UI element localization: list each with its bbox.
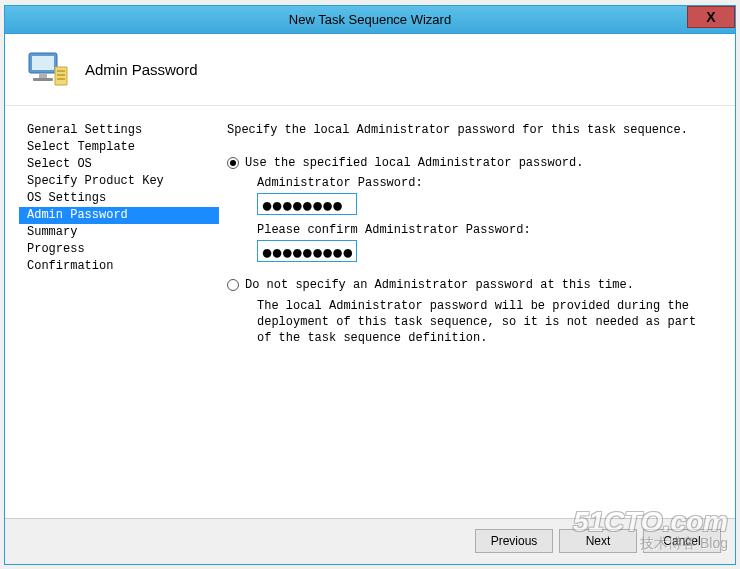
admin-password-field[interactable]: ●●●●●●●●	[257, 193, 357, 215]
sidebar-item-specify-product-key[interactable]: Specify Product Key	[19, 173, 219, 190]
option-no-password: Do not specify an Administrator password…	[227, 278, 713, 346]
confirm-password-label: Please confirm Administrator Password:	[257, 223, 713, 237]
previous-button[interactable]: Previous	[475, 529, 553, 553]
main-panel: Specify the local Administrator password…	[219, 114, 721, 518]
sidebar-item-general-settings[interactable]: General Settings	[19, 122, 219, 139]
radio-no-password[interactable]	[227, 279, 239, 291]
svg-rect-2	[39, 73, 47, 78]
wizard-window: New Task Sequence Wizard X Admin Passwor…	[4, 5, 736, 565]
no-password-helper: The local Administrator password will be…	[257, 298, 713, 346]
sidebar-item-confirmation[interactable]: Confirmation	[19, 258, 219, 275]
sidebar-item-os-settings[interactable]: OS Settings	[19, 190, 219, 207]
svg-rect-5	[57, 74, 65, 76]
svg-rect-3	[33, 78, 53, 81]
close-button[interactable]: X	[687, 6, 735, 28]
button-footer: Previous Next Cancel	[5, 518, 735, 564]
sidebar-item-progress[interactable]: Progress	[19, 241, 219, 258]
next-button[interactable]: Next	[559, 529, 637, 553]
option-use-password: Use the specified local Administrator pa…	[227, 156, 713, 262]
confirm-password-field[interactable]: ●●●●●●●●●	[257, 240, 357, 262]
cancel-button[interactable]: Cancel	[643, 529, 721, 553]
radio-use-password[interactable]	[227, 157, 239, 169]
titlebar: New Task Sequence Wizard X	[5, 6, 735, 34]
computer-icon	[23, 45, 71, 93]
header-section: Admin Password	[5, 34, 735, 106]
window-title: New Task Sequence Wizard	[289, 12, 451, 27]
svg-rect-6	[57, 78, 65, 80]
radio-no-password-label: Do not specify an Administrator password…	[245, 278, 634, 292]
content-area: General Settings Select Template Select …	[5, 106, 735, 518]
sidebar-item-select-template[interactable]: Select Template	[19, 139, 219, 156]
svg-rect-4	[57, 70, 65, 72]
close-icon: X	[706, 9, 715, 25]
sidebar-item-admin-password[interactable]: Admin Password	[19, 207, 219, 224]
sidebar-item-select-os[interactable]: Select OS	[19, 156, 219, 173]
page-title: Admin Password	[85, 61, 198, 78]
instruction-text: Specify the local Administrator password…	[227, 122, 713, 138]
admin-password-label: Administrator Password:	[257, 176, 713, 190]
radio-use-password-label: Use the specified local Administrator pa…	[245, 156, 583, 170]
sidebar-item-summary[interactable]: Summary	[19, 224, 219, 241]
svg-rect-1	[32, 56, 54, 70]
wizard-steps-sidebar: General Settings Select Template Select …	[19, 114, 219, 518]
